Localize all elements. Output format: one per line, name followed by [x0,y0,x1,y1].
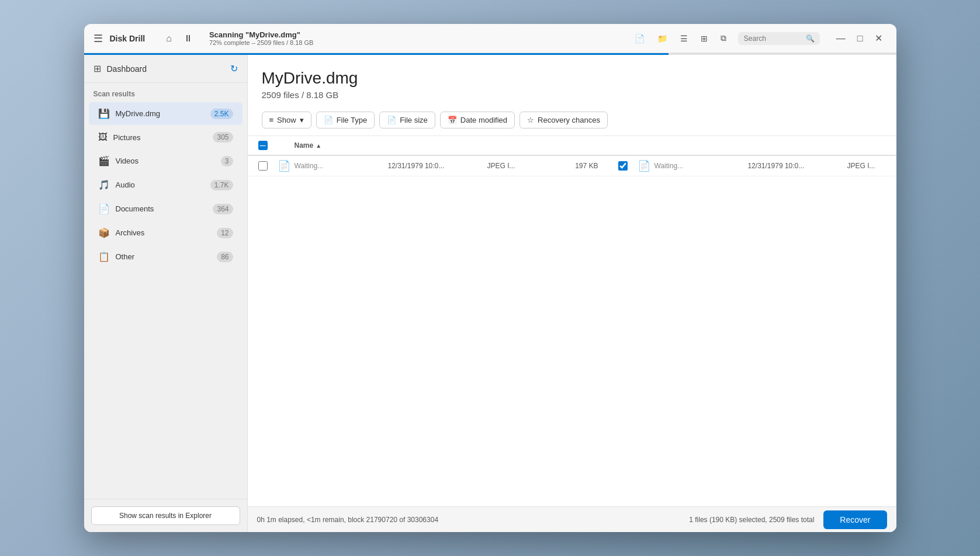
sidebar-item-count-mydrive: 2.5K [210,109,233,119]
datemod-label: Date modified [460,116,507,124]
dashboard-item[interactable]: ⊞ Dashboard ↻ [84,55,247,83]
sidebar-item-count-videos: 3 [221,156,233,166]
recovery-cell: Waiting... [295,162,388,170]
titlebar: ☰ Disk Drill ⌂ ⏸ Scanning "MyDrive.dmg" … [84,24,896,53]
dashboard-icon: ⊞ [94,63,101,74]
datemod-filter-button[interactable]: 📅 Date modified [440,112,515,128]
loading-spinner: ↻ [230,63,238,74]
sidebar-item-documents[interactable]: 📄 Documents 364 [89,197,243,220]
sidebar-bottom: Show scan results in Explorer [84,499,247,532]
file-icon: 📄 [638,159,650,172]
folder-view-button[interactable]: 📁 [653,30,672,47]
header-checkbox-cell: — [252,141,273,150]
size-cell: 197 KB [546,162,598,170]
archives-icon: 📦 [98,227,110,238]
sidebar-item-label-archives: Archives [116,228,212,237]
header-name[interactable]: Name ▲ [295,141,896,150]
status-right: 1 files (190 KB) selected, 2509 files to… [689,510,886,529]
filter-bar: ≡ Show ▾ 📄 File Type 📄 File size 📅 Date … [248,107,896,136]
nav-buttons: ⌂ ⏸ [161,30,198,47]
sidebar: ⊞ Dashboard ↻ Scan results 💾 MyDrive.dmg… [84,55,248,532]
table-rows-container: 📄 IMG_20240604_1... Waiting... 12/31/197… [248,156,896,176]
sidebar-item-label-mydrive: MyDrive.dmg [116,109,205,118]
datemod-icon: 📅 [448,116,457,124]
page-subtitle: 2509 files / 8.18 GB [262,90,882,100]
window-controls: — □ ✕ [832,30,887,46]
sidebar-item-videos[interactable]: 🎬 Videos 3 [89,150,243,172]
list-view-button[interactable]: ☰ [676,30,692,47]
checkbox-cell [252,161,273,171]
audio-icon: 🎵 [98,179,110,190]
sidebar-item-label-other: Other [116,252,212,261]
split-view-button[interactable]: ⧉ [716,30,731,47]
filesize-icon: 📄 [387,116,396,124]
hamburger-menu[interactable]: ☰ [94,32,103,45]
recovery-cell: Waiting... [655,162,748,170]
show-filter-icon: ≡ [269,116,274,124]
show-explorer-button[interactable]: Show scan results in Explorer [91,506,240,525]
home-button[interactable]: ⌂ [161,30,176,47]
sort-icon: ▲ [316,143,321,149]
header-checkbox[interactable]: — [258,141,268,150]
sidebar-item-count-pictures: 305 [213,132,233,143]
sidebar-item-audio[interactable]: 🎵 Audio 1.7K [89,173,243,196]
page-title: MyDrive.dmg [262,69,882,88]
checkbox-cell [612,161,633,171]
pause-button[interactable]: ⏸ [179,30,198,47]
scan-subtitle: 72% complete – 2509 files / 8.18 GB [209,39,623,46]
view-tools: 📄 📁 ☰ ⊞ ⧉ [630,30,731,47]
date-cell: 12/31/1979 10:0... [388,162,487,170]
filetype-label: File Type [337,116,368,124]
sidebar-item-label-pictures: Pictures [113,133,207,142]
videos-icon: 🎬 [98,155,110,166]
date-cell: 12/31/1979 10:0... [748,162,847,170]
row-checkbox[interactable] [618,161,628,171]
recover-button[interactable]: Recover [823,510,886,529]
search-input[interactable] [744,34,802,43]
drive-icon: 💾 [98,108,110,119]
file-icon-cell: 📄 [633,159,655,172]
sidebar-item-other[interactable]: 📋 Other 86 [89,245,243,268]
file-icon-cell: 📄 [273,159,295,172]
show-filter-button[interactable]: ≡ Show ▾ [262,112,311,128]
sidebar-item-count-audio: 1.7K [210,180,233,190]
scan-info: Scanning "MyDrive.dmg" 72% complete – 25… [209,30,623,46]
sidebar-item-mydrive[interactable]: 💾 MyDrive.dmg 2.5K [89,102,243,125]
table-row[interactable]: 📄 IMG_20240610_1... Waiting... 12/31/197… [608,156,896,176]
grid-view-button[interactable]: ⊞ [696,30,712,47]
sidebar-item-archives[interactable]: 📦 Archives 12 [89,221,243,244]
doc-view-button[interactable]: 📄 [630,30,649,47]
file-icon: 📄 [278,159,290,172]
search-box: 🔍 [738,32,820,45]
show-filter-chevron: ▾ [300,116,304,124]
sidebar-item-count-documents: 364 [213,204,233,214]
recovery-filter-button[interactable]: ☆ Recovery chances [520,112,608,128]
close-button[interactable]: ✕ [870,30,887,46]
sidebar-item-label-videos: Videos [116,157,215,165]
main-layout: ⊞ Dashboard ↻ Scan results 💾 MyDrive.dmg… [84,55,896,532]
status-elapsed: 0h 1m elapsed, <1m remain, block 2179072… [257,516,439,524]
scan-results-section-label: Scan results [84,83,247,102]
other-icon: 📋 [98,251,110,262]
scan-title: Scanning "MyDrive.dmg" [209,30,623,39]
dashboard-label: Dashboard [107,64,147,74]
sidebar-item-count-archives: 12 [217,228,233,238]
sidebar-item-label-documents: Documents [116,204,207,213]
recovery-filter-label: Recovery chances [538,116,600,124]
app-name: Disk Drill [110,34,146,43]
sidebar-item-pictures[interactable]: 🖼 Pictures 305 [89,126,243,148]
row-checkbox[interactable] [258,161,268,171]
sidebar-item-label-audio: Audio [116,180,205,189]
recovery-filter-icon: ☆ [527,116,534,124]
maximize-button[interactable]: □ [853,30,868,46]
minimize-button[interactable]: — [832,30,850,46]
show-filter-label: Show [277,116,296,124]
status-selection: 1 files (190 KB) selected, 2509 files to… [689,516,814,524]
filesize-filter-button[interactable]: 📄 File size [379,112,435,128]
status-bar: 0h 1m elapsed, <1m remain, block 2179072… [248,506,896,532]
search-icon: 🔍 [806,34,815,43]
table-row[interactable]: 📄 IMG_20240604_1... Waiting... 12/31/197… [248,156,608,176]
documents-icon: 📄 [98,203,110,214]
content-header: MyDrive.dmg 2509 files / 8.18 GB [248,55,896,107]
filetype-filter-button[interactable]: 📄 File Type [316,112,375,128]
